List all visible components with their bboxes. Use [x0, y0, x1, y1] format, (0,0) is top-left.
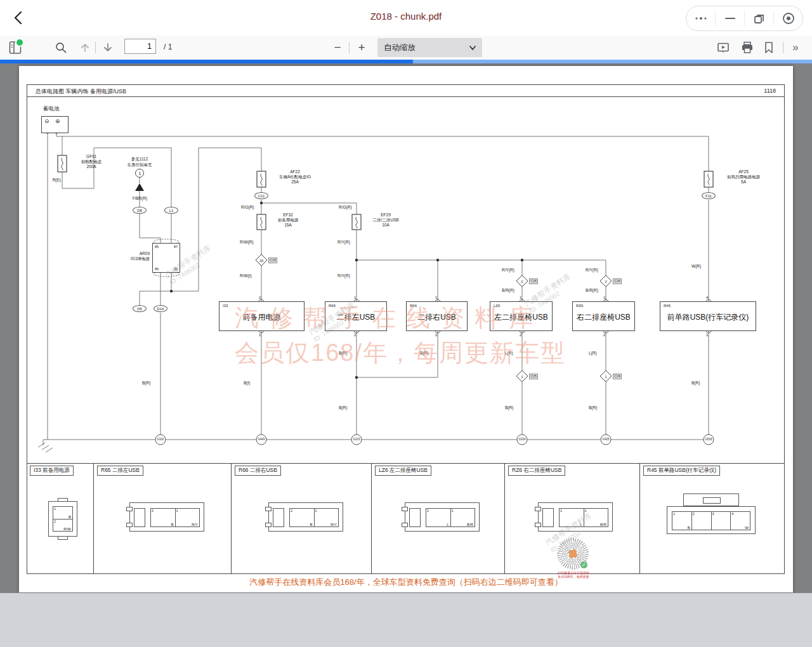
record-circle-icon [782, 11, 796, 25]
panel-section-r65: R65 二排左USB 2B 1R/Y [93, 463, 231, 574]
diamond-num: 1 [517, 374, 527, 379]
pin-number: 1 [354, 296, 356, 299]
pin-number: 4 [706, 296, 708, 299]
bcm-pin-number: 1 [136, 171, 144, 176]
connector-drawing-r45: 1B 2 3 4W [667, 493, 756, 535]
ground-point: G443 [255, 438, 268, 441]
wire-label: R/Y(R) [586, 268, 598, 273]
diamond-tag-c25-lower: C25 [529, 374, 538, 379]
wire-label: W(R) [691, 264, 701, 269]
pdf-loading-progress [0, 60, 413, 63]
wire-label: B(R) [142, 381, 150, 386]
fuse-gf01-label: GF01 前舱配电盒 200A [69, 154, 114, 169]
wire-label: B(R) [420, 351, 428, 356]
arrow-down-icon [102, 42, 114, 53]
previous-page-button[interactable] [77, 40, 93, 55]
pin-number: 1 [520, 296, 521, 299]
relay-id: AR09 [114, 251, 150, 256]
more-options-button[interactable] [686, 11, 716, 26]
wire-label: B(I) [244, 381, 250, 386]
wire-label: R/W(I) [240, 273, 252, 278]
panel-section-r66: R66 二排右USB 2B 1R/Y [231, 463, 371, 574]
viewport-end-area [0, 593, 812, 647]
zoom-in-button[interactable]: + [354, 40, 369, 55]
connector-d5: D5 [133, 305, 147, 312]
connector-drawing-r66: 2B 1R/Y [268, 502, 343, 532]
diamond-num: 16 [256, 258, 266, 263]
component-lz6: LZ6 左二排座椅USB [490, 301, 553, 331]
wire-label: B(R) [589, 405, 597, 410]
close-button[interactable] [774, 11, 802, 26]
wire-label: B/R(R) [586, 288, 598, 293]
browser-titlebar: Z018 - chunk.pdf [0, 0, 812, 36]
restore-icon [752, 11, 766, 25]
relay-name: IG1继电器 [114, 256, 150, 261]
pin-number: 2 [603, 333, 605, 337]
wire-label: R/G(R) [241, 205, 254, 210]
restore-button[interactable] [745, 11, 774, 26]
connector-drawing-r65: 2B 1R/Y [129, 502, 204, 532]
panel-section-lz6: LZ6 左二排座椅USB 2L 1B/R [371, 463, 504, 574]
search-button[interactable] [53, 40, 69, 55]
printer-icon [741, 41, 754, 54]
zoom-out-button[interactable]: − [330, 40, 345, 55]
presentation-mode-button[interactable] [716, 40, 731, 55]
component-r65: R65 二排左USB [325, 301, 387, 331]
fuse-ef32-label: EF32 前备用电源 15A [268, 212, 308, 228]
wire-label: B(R) [691, 381, 700, 386]
arrow-up-icon [79, 42, 91, 53]
presentation-icon [717, 41, 730, 54]
bookmark-button[interactable] [761, 40, 776, 55]
ground-point: G102 [154, 438, 167, 441]
screen: Z018 - chunk.pdf [0, 0, 812, 647]
ground-point: G425 [599, 438, 612, 441]
diamond-num: 2 [517, 279, 527, 284]
battery-label: 蓄电池 [43, 106, 60, 111]
panel-section-title: R45 前单路USB(行车记录仪) [643, 466, 720, 476]
diamond-tag-c15: C15 [268, 258, 277, 263]
bookmark-icon [763, 41, 775, 54]
minimize-button[interactable] [716, 11, 745, 26]
pin-number: 1 [259, 333, 261, 337]
component-r66: R66 二排右USB [406, 301, 468, 331]
diamond-tag-c25: C25 [529, 278, 538, 284]
minus-icon: − [334, 40, 341, 55]
wire-label: Y/BR(R) [123, 196, 156, 201]
component-i33: I33 前备用电源 [219, 301, 304, 331]
window-controls [686, 6, 803, 31]
chevron-down-icon [468, 43, 477, 52]
minimize-icon [723, 11, 737, 25]
pdf-toolbar: / 1 − + 自动缩放 » [0, 36, 812, 60]
wire-label: B(R) [339, 351, 347, 356]
ground-point: G518 [702, 438, 715, 441]
toolbar-separator [95, 42, 96, 53]
panel-section-title: R66 二排右USB [235, 466, 281, 476]
zoom-mode-dropdown[interactable]: 自动缩放 [377, 38, 482, 57]
wire-label: B(R) [505, 405, 513, 410]
next-page-button[interactable] [100, 40, 115, 55]
print-button[interactable] [740, 40, 755, 55]
panel-section-r45: R45 前单路USB(行车记录仪) 1B 2 3 4W [639, 463, 785, 574]
connector-drawing-lz6: 2L 1B/R [405, 502, 480, 532]
pin-number: 2 [354, 333, 356, 337]
battery-symbol: ⊖ ⊕ [41, 116, 69, 133]
membership-notice: 汽修帮手在线资料库会员168/年，全球车型资料免费查询（扫码右边二维码即可查看） [19, 577, 793, 588]
diamond-num: 1 [601, 374, 611, 379]
zoom-mode-label: 自动缩放 [384, 42, 468, 53]
diamond-tag-c26-lower: C26 [613, 374, 622, 379]
more-tools-button[interactable]: » [788, 40, 803, 55]
pin-number: 2 [520, 333, 521, 337]
diamond-num: 2 [601, 279, 611, 284]
wire-label: R/Y(R) [337, 273, 350, 278]
pin-number: 2 [259, 296, 261, 299]
component-rz6: RZ6 右二排座椅USB [572, 301, 635, 331]
connector-d8: D8 [133, 207, 147, 214]
search-icon [55, 41, 67, 54]
ground-point: G223 [350, 438, 363, 441]
component-r45: R45 前单路USB(行车记录仪) [660, 301, 756, 331]
pin-number: 1 [435, 296, 437, 299]
toolbar-separator [349, 42, 350, 53]
panel-section-title: LZ6 左二排座椅USB [375, 466, 431, 476]
pin-number: 1 [603, 296, 605, 299]
page-number-input[interactable] [124, 39, 156, 54]
